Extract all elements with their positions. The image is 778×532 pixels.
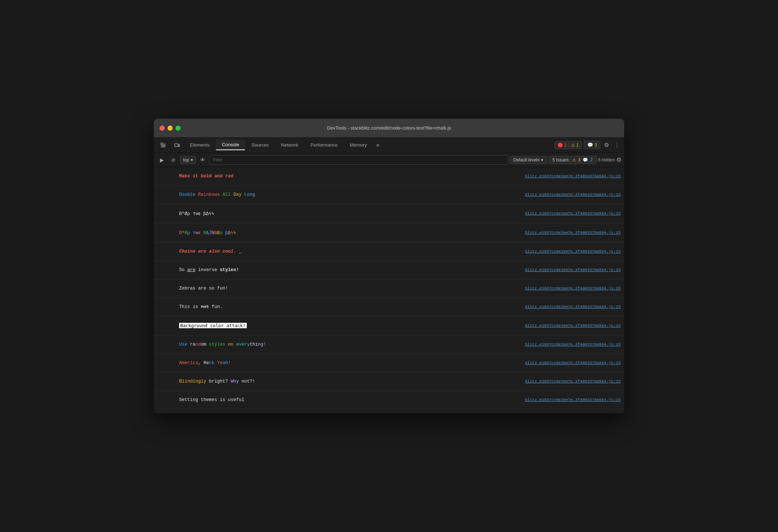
console-row: America, Heck Yeah! blitz.e1937cc6e2ee7e… [154,354,624,372]
window-title: DevTools - stackblitz.com/edit/node-colo… [327,125,451,131]
tab-sources[interactable]: Sources [246,140,275,150]
console-message: So are inverse styles! [154,262,508,278]
console-row: Blindingly bright? Why not?! blitz.e1937… [154,372,624,391]
error-icon: 🔴 [558,143,563,148]
console-row: So are inverse styles! blitz.e1937cc6e2e… [154,261,624,279]
close-button[interactable] [160,126,165,131]
execute-script-icon[interactable]: ▶ [157,155,167,165]
console-source-link[interactable]: blitz.e1937cc6e2ee7e…3f4063378a564.js:15 [508,379,624,384]
console-message: Chains are also cool. _ [154,243,508,260]
console-row: Chains are also cool. _ blitz.e1937cc6e2… [154,242,624,261]
console-source-link[interactable]: blitz.e1937cc6e2ee7e…3f4063378a564.js:15 [508,360,624,366]
console-row: Setting themes is useful blitz.e1937cc6e… [154,391,624,409]
console-message: Blindingly bright? Why not?! [154,373,508,390]
console-message: ĐᴿØρ ᴛʜᴇ ЯĄĴNΒØω βΔϟϟ [154,224,508,241]
console-row: Background color attack! blitz.e1937cc6e… [154,316,624,335]
console-source-link[interactable]: blitz.e1937cc6e2ee7e…3f4063378a564.js:15 [508,286,624,291]
svg-rect-2 [178,144,179,147]
issues-label: 5 Issues: [553,157,570,162]
console-message: Setting themes is useful [154,392,508,408]
console-source-link[interactable]: blitz.e1937cc6e2ee7e…3f4063378a564.js:15 [508,342,624,347]
device-toolbar-icon[interactable] [170,139,183,152]
console-row: ĐᴿØρ ᴛʜᴇ ЯĄĴNΒØω βΔϟϟ blitz.e1937cc6e2ee… [154,223,624,242]
console-message: Double Rainbows All Day Long [154,186,508,203]
context-label: top [183,157,189,162]
chevron-down-icon: ▾ [191,157,193,162]
console-row: Use random styles on everything! blitz.e… [154,335,624,354]
console-message: Make it bold and red [154,168,508,185]
tab-memory[interactable]: Memory [344,140,373,150]
tab-console[interactable]: Console [216,140,245,150]
svg-rect-0 [161,143,163,145]
eye-icon[interactable]: 👁 [198,155,208,165]
inspect-element-icon[interactable] [157,139,170,152]
error-count: 1 [565,143,567,148]
maximize-button[interactable] [176,126,181,131]
title-bar: DevTools - stackblitz.com/edit/node-colo… [154,119,624,138]
more-tabs-button[interactable]: » [373,142,382,148]
warning-icon: ⚠ [571,143,575,148]
issues-warning-count: 3 [578,157,581,162]
console-row: Zebras are so fun! blitz.e1937cc6e2ee7e…… [154,279,624,298]
console-source-link[interactable]: blitz.e1937cc6e2ee7e…3f4063378a564.js:15 [508,192,624,198]
console-source-link[interactable]: blitz.e1937cc6e2ee7e…3f4063378a564.js:15 [508,304,624,310]
console-row: Make it bold and red blitz.e1937cc6e2ee7… [154,167,624,186]
chevron-down-icon: ▾ [541,157,543,162]
minimize-button[interactable] [168,126,173,131]
traffic-lights [160,126,181,131]
console-message: America, Heck Yeah! [154,355,508,371]
console-source-link[interactable]: blitz.e1937cc6e2ee7e…3f4063378a564.js:15 [508,211,624,216]
tab-network[interactable]: Network [275,140,304,150]
clear-console-icon[interactable]: ⊘ [168,155,178,165]
default-levels-label: Default levels [513,157,540,162]
tab-elements[interactable]: Elements [184,140,215,150]
console-message: ĐᴿØρ ᴛʜᴇ βΔϟϟ [154,205,508,222]
info-count: 3 [595,143,597,148]
context-selector[interactable]: top ▾ [180,156,196,164]
console-row: this is an error blitz.e1937cc6e2ee7e…3f… [154,409,624,413]
devtools-window: DevTools - stackblitz.com/edit/node-colo… [154,119,624,413]
issues-chat-count: 2 [590,157,593,162]
console-message: Background color attack! [154,317,508,334]
console-row: Double Rainbows All Day Long blitz.e1937… [154,186,624,204]
console-message: Use random styles on everything! [154,336,508,353]
hidden-count-label: 6 hidden [598,157,615,162]
info-badge-group: 💬 3 [584,141,600,149]
tabs-bar: Elements Console Sources Network Perform… [154,138,624,153]
console-message: This is not fun. [154,299,508,315]
console-message: this is an error [154,410,508,413]
console-toolbar: ▶ ⊘ top ▾ 👁 Default levels ▾ 5 Issues: ⚠… [154,153,624,167]
console-source-link[interactable]: blitz.e1937cc6e2ee7e…3f4063378a564.js:15 [508,323,624,329]
console-row: ĐᴿØρ ᴛʜᴇ βΔϟϟ blitz.e1937cc6e2ee7e…3f406… [154,204,624,223]
console-source-link[interactable]: blitz.e1937cc6e2ee7e…3f4063378a564.js:15 [508,230,624,236]
tab-performance[interactable]: Performance [305,140,343,150]
devtools-more-icon[interactable]: ⋮ [613,140,621,150]
console-source-link[interactable]: blitz.e1937cc6e2ee7e…3f4063378a564.js:15 [508,249,624,254]
console-row: This is not fun. blitz.e1937cc6e2ee7e…3f… [154,298,624,316]
svg-rect-1 [175,144,178,147]
error-badge-group: 🔴 1 | ⚠ 1 [554,141,582,149]
console-source-link[interactable]: blitz.e1937cc6e2ee7e…3f4063378a564.js:15 [508,267,624,273]
log-level-selector[interactable]: Default levels ▾ [509,156,547,164]
devtools-settings-icon[interactable]: ⚙ [602,140,610,150]
console-source-link[interactable]: blitz.e1937cc6e2ee7e…3f4063378a564.js:15 [508,397,624,403]
console-source-link[interactable]: blitz.e1937cc6e2ee7e…3f4063378a564.js:15 [508,173,624,179]
console-settings-icon[interactable]: ⚙ [616,156,621,163]
issues-badge[interactable]: 5 Issues: ⚠ 3 💬 2 [549,156,597,164]
filter-input[interactable] [209,155,508,165]
issues-chat-icon: 💬 [583,157,588,162]
console-message: Zebras are so fun! [154,280,508,297]
warning-count: 1 [576,143,579,148]
console-output[interactable]: Make it bold and red blitz.e1937cc6e2ee7… [154,167,624,413]
warning-separator: | [568,143,570,148]
tabs-right-actions: 🔴 1 | ⚠ 1 💬 3 ⚙ ⋮ [554,140,621,150]
issues-warning-icon: ⚠ [572,157,576,162]
info-icon: 💬 [587,142,593,148]
